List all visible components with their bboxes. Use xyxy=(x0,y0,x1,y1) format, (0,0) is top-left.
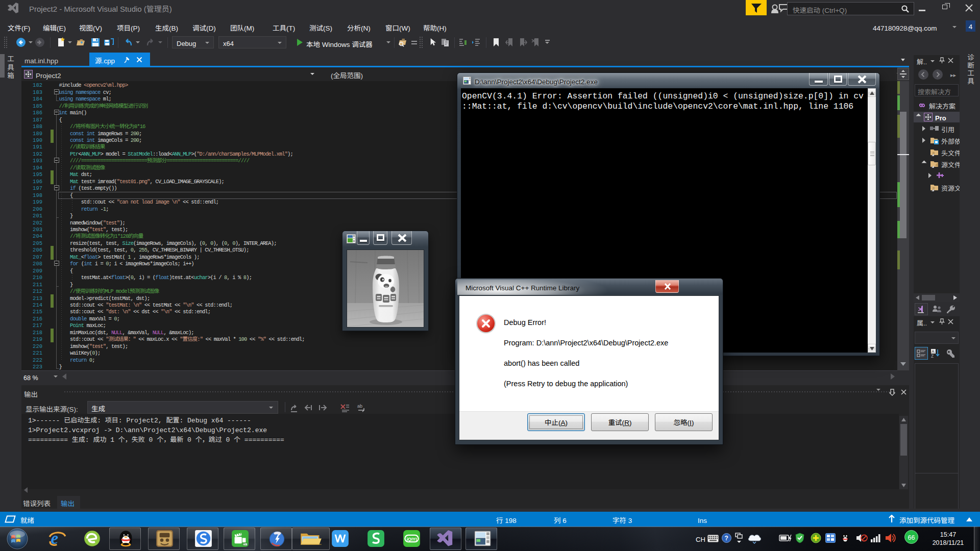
svg-text:?: ? xyxy=(725,535,728,542)
svg-text:ab: ab xyxy=(357,404,362,409)
svg-text:Z: Z xyxy=(931,354,934,358)
svg-text:DV: DV xyxy=(243,543,247,546)
svg-text:iQIYI: iQIYI xyxy=(407,537,417,542)
